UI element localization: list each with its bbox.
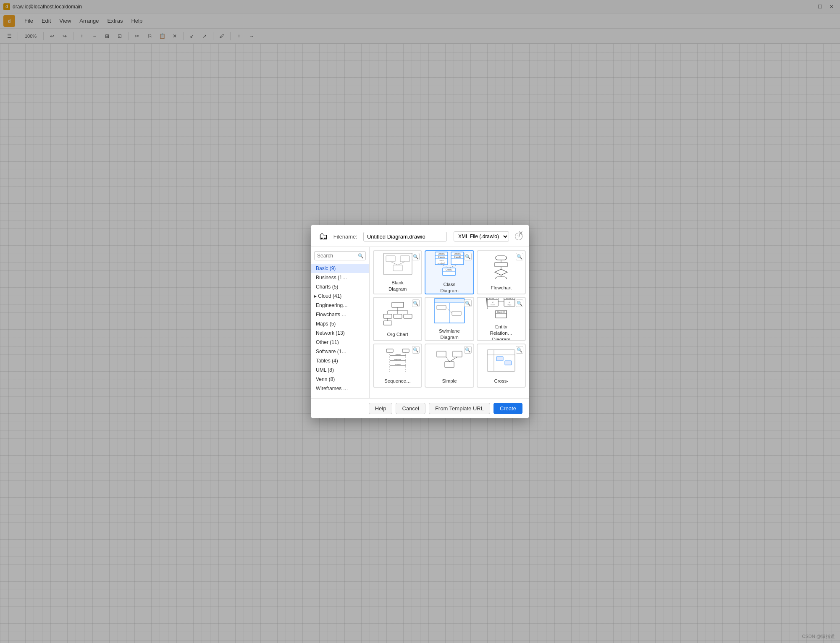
svg-text:confirm: confirm	[395, 363, 401, 365]
filetype-select[interactable]: XML File (.drawio) SVG File (.svg) PNG F…	[454, 231, 509, 241]
svg-rect-75	[437, 351, 446, 357]
dialog-close-button[interactable]: ✕	[517, 229, 525, 237]
svg-rect-25	[496, 256, 507, 260]
svg-text:ref_a: ref_a	[508, 304, 512, 306]
svg-text:ClassC: ClassC	[446, 268, 453, 271]
svg-rect-44	[434, 299, 465, 303]
svg-text:+method(): +method()	[438, 262, 446, 264]
sidebar-search-container: 🔍	[314, 251, 366, 260]
template-label-blank: BlankDiagram	[387, 278, 408, 294]
svg-rect-38	[383, 314, 392, 318]
svg-text:ClassB: ClassB	[454, 256, 461, 258]
svg-line-78	[446, 357, 449, 362]
sidebar-item-basic[interactable]: Basic (9)	[311, 264, 369, 273]
sidebar-item-flowcharts[interactable]: Flowcharts …	[311, 310, 369, 319]
svg-rect-83	[496, 357, 503, 361]
svg-text:Entity B: Entity B	[506, 297, 514, 299]
sidebar-item-business[interactable]: Business (1…	[311, 273, 369, 282]
template-label-swimlane: SwimlaneDiagram	[437, 326, 462, 341]
svg-text:Entity A: Entity A	[489, 297, 497, 299]
svg-rect-48	[452, 311, 461, 315]
svg-rect-42	[383, 321, 392, 325]
svg-text:id: id	[492, 301, 494, 303]
dialog-footer: Help Cancel From Template URL Create	[311, 398, 529, 418]
svg-line-49	[446, 307, 452, 313]
svg-text:«class»: «class»	[454, 252, 461, 255]
template-flowchart[interactable]: 🔍 Flowchart	[477, 250, 526, 294]
search-icon: 🔍	[358, 253, 364, 259]
sidebar-item-tables[interactable]: Tables (4)	[311, 356, 369, 365]
svg-rect-39	[394, 314, 402, 318]
sidebar-item-venn[interactable]: Venn (8)	[311, 375, 369, 384]
template-label-cross: Cross-	[492, 376, 510, 387]
svg-text:Entity C: Entity C	[498, 311, 505, 313]
template-zoom-flowchart[interactable]: 🔍	[516, 253, 523, 260]
from-template-url-button[interactable]: From Template URL	[429, 403, 490, 414]
svg-text:name: name	[491, 304, 495, 306]
template-zoom-swimlane[interactable]: 🔍	[464, 299, 472, 307]
sidebar-item-software[interactable]: Software (1…	[311, 347, 369, 356]
svg-text:+attr1: +attr1	[439, 260, 444, 262]
template-class[interactable]: 🔍 «class» ClassA +attr1 +method()	[425, 250, 474, 294]
svg-rect-40	[404, 314, 412, 318]
svg-rect-32	[392, 302, 404, 307]
template-swimlane[interactable]: 🔍 SwimlaneDiagram	[425, 297, 474, 341]
template-zoom-class[interactable]: 🔍	[464, 253, 472, 260]
svg-rect-47	[437, 305, 446, 310]
svg-line-24	[449, 265, 457, 268]
svg-marker-27	[495, 269, 507, 275]
dialog-header: 🗂 Filename: XML File (.drawio) SVG File …	[311, 225, 529, 247]
template-zoom-sequence[interactable]: 🔍	[412, 346, 420, 354]
template-orgchart[interactable]: 🔍	[373, 297, 422, 341]
sidebar-item-engineering[interactable]: Engineering…	[311, 301, 369, 310]
create-button[interactable]: Create	[494, 403, 522, 414]
svg-text:id: id	[509, 301, 510, 303]
svg-text:ClassA: ClassA	[438, 256, 445, 258]
svg-text:«class»: «class»	[438, 252, 445, 255]
template-grid: 🔍 BlankDiagram	[370, 247, 529, 398]
template-label-class: ClassDiagram	[438, 280, 460, 294]
template-zoom-entity[interactable]: 🔍	[516, 299, 523, 307]
svg-line-23	[441, 265, 449, 268]
svg-rect-65	[386, 349, 393, 352]
svg-rect-28	[496, 277, 507, 279]
sidebar-item-maps[interactable]: Maps (5)	[311, 319, 369, 328]
template-blank[interactable]: 🔍 BlankDiagram	[373, 250, 422, 294]
template-sequence[interactable]: 🔍 request response confirm	[373, 344, 422, 388]
help-button[interactable]: Help	[369, 403, 393, 414]
template-sidebar: 🔍 Basic (9) Business (1… Charts (5) ▸ Cl…	[311, 247, 370, 398]
sidebar-item-other[interactable]: Other (11)	[311, 338, 369, 347]
dialog-body: 🔍 Basic (9) Business (1… Charts (5) ▸ Cl…	[311, 247, 529, 398]
template-zoom-blank[interactable]: 🔍	[412, 253, 420, 260]
new-diagram-dialog: 🗂 Filename: XML File (.drawio) SVG File …	[311, 225, 529, 418]
modal-overlay: 🗂 Filename: XML File (.drawio) SVG File …	[0, 0, 840, 643]
svg-rect-66	[402, 349, 409, 352]
sidebar-item-cloud[interactable]: ▸ Cloud (41)	[311, 291, 369, 301]
template-label-sequence: Sequence…	[383, 376, 412, 387]
cancel-button[interactable]: Cancel	[396, 403, 425, 414]
svg-line-79	[449, 357, 457, 362]
template-zoom-cross[interactable]: 🔍	[516, 346, 523, 354]
sidebar-item-wireframes[interactable]: Wireframes …	[311, 384, 369, 393]
svg-rect-84	[505, 361, 512, 365]
template-label-entity: EntityRelation…Diagram	[488, 322, 514, 341]
template-cross[interactable]: 🔍 Cross-	[477, 344, 526, 388]
template-label-orgchart: Org Chart	[385, 330, 410, 340]
svg-rect-2	[383, 253, 412, 275]
template-zoom-orgchart[interactable]: 🔍	[412, 299, 420, 307]
template-label-flowchart: Flowchart	[489, 283, 513, 294]
svg-text:request: request	[395, 353, 401, 355]
svg-rect-26	[495, 262, 507, 267]
template-label-simple: Simple	[440, 376, 458, 387]
sidebar-item-uml[interactable]: UML (8)	[311, 365, 369, 375]
file-icon: 🗂	[318, 231, 329, 242]
template-simple[interactable]: 🔍 Simple	[425, 344, 474, 388]
sidebar-item-charts[interactable]: Charts (5)	[311, 282, 369, 291]
template-entity[interactable]: 🔍 Entity A id name Entity B id	[477, 297, 526, 341]
sidebar-item-network[interactable]: Network (13)	[311, 328, 369, 338]
svg-text:response: response	[394, 358, 401, 360]
filename-input[interactable]	[363, 232, 447, 241]
template-zoom-simple[interactable]: 🔍	[464, 346, 472, 354]
svg-rect-77	[445, 362, 454, 367]
filename-label: Filename:	[333, 234, 357, 240]
